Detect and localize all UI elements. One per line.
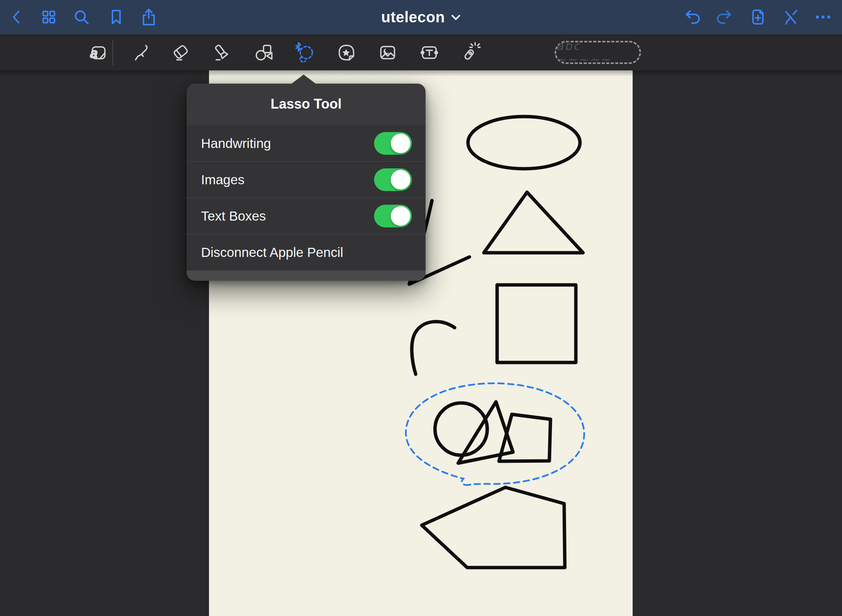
popover-row-handwriting: Handwriting [187, 125, 426, 161]
handwriting-hint-field[interactable]: abc ~~~~~ [555, 41, 641, 64]
undo-icon [682, 6, 703, 28]
bluetooth-icon [296, 43, 301, 51]
zoom-window-icon: a [87, 42, 109, 63]
disconnect-apple-pencil-button[interactable]: Disconnect Apple Pencil [187, 234, 426, 270]
eraser-tool[interactable] [170, 42, 192, 63]
lasso-tool-popover: Lasso Tool Handwriting Images Text Boxes… [187, 84, 426, 281]
elements-tool[interactable] [336, 42, 357, 63]
handwriting-hint-text: abc ~~~~~ [556, 39, 639, 66]
text-tool[interactable] [419, 42, 440, 63]
text-boxes-label: Text Boxes [201, 208, 374, 224]
add-page-button[interactable] [747, 6, 769, 28]
lasso-selection[interactable] [406, 383, 584, 485]
more-options-button[interactable] [812, 6, 834, 28]
bookmark-icon [106, 6, 127, 28]
redo-button[interactable] [714, 6, 735, 28]
popover-header: Lasso Tool [187, 84, 426, 125]
search-button[interactable] [71, 6, 92, 28]
text-box-icon [419, 42, 440, 63]
text-boxes-toggle[interactable] [374, 205, 412, 227]
drawn-ellipse [468, 117, 580, 169]
toggle-knob [391, 134, 410, 153]
drawn-square [497, 285, 576, 362]
toolbar-divider [112, 40, 113, 65]
pointer-tool[interactable] [459, 42, 480, 63]
grid-icon [38, 6, 59, 28]
lasso-tool[interactable] [295, 42, 316, 63]
pen-tool[interactable] [130, 42, 151, 63]
search-icon [71, 6, 92, 28]
handwriting-label: Handwriting [201, 136, 374, 151]
lasso-icon [295, 42, 316, 63]
toggle-knob [391, 206, 410, 226]
drawn-triangle [484, 192, 583, 253]
disconnect-apple-pencil-label: Disconnect Apple Pencil [201, 245, 412, 260]
images-toggle[interactable] [374, 168, 412, 191]
image-icon [377, 42, 398, 63]
highlighter-tool[interactable] [212, 42, 233, 63]
tools-bar: a [0, 34, 842, 70]
navigation-bar [0, 0, 842, 34]
laser-pointer-icon [459, 42, 480, 63]
svg-text:a: a [89, 45, 97, 61]
shapes-icon [253, 42, 274, 63]
eraser-icon [170, 42, 192, 63]
shapes-tool[interactable] [253, 42, 274, 63]
popover-arrow [291, 75, 316, 84]
pen-cross-icon [780, 6, 801, 28]
ellipsis-icon [812, 6, 834, 28]
pen-icon [130, 42, 151, 63]
bookmark-button[interactable] [106, 6, 127, 28]
page-overview-button[interactable] [38, 6, 59, 28]
add-page-icon [747, 6, 769, 28]
zoom-window-tool[interactable]: a [87, 42, 109, 63]
popover-title: Lasso Tool [271, 96, 341, 112]
sticker-star-icon [336, 42, 357, 63]
popover-row-text-boxes: Text Boxes [187, 198, 426, 234]
share-button[interactable] [138, 6, 159, 28]
toggle-knob [391, 170, 410, 190]
images-label: Images [201, 172, 374, 187]
redo-icon [714, 6, 735, 28]
highlighter-icon [212, 42, 233, 63]
undo-button[interactable] [682, 6, 703, 28]
image-tool[interactable] [377, 42, 398, 63]
hook-curve [412, 322, 455, 374]
share-icon [138, 6, 159, 28]
drawn-pentagon [422, 487, 565, 568]
back-button[interactable] [6, 6, 27, 28]
popover-row-images: Images [187, 161, 426, 198]
handwriting-toggle[interactable] [374, 132, 412, 155]
pen-mode-toggle-button[interactable] [780, 6, 801, 28]
back-chevron-icon [6, 6, 27, 28]
popover-footer [187, 270, 426, 281]
